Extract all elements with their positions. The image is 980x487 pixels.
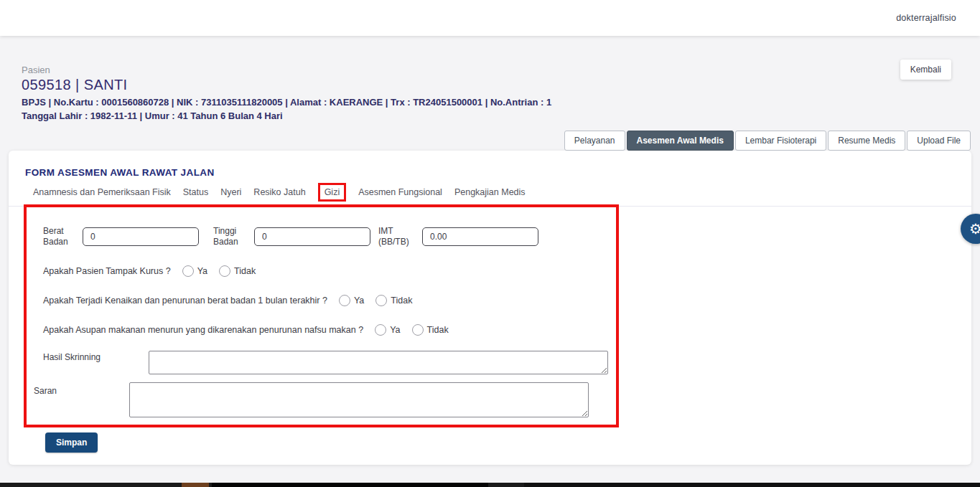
tinggi-badan-input[interactable] <box>254 227 370 246</box>
subtab-pengkajian-medis[interactable]: Pengkajian Medis <box>454 187 526 197</box>
subtab-resiko-jatuh[interactable]: Resiko Jatuh <box>253 187 305 197</box>
taskbar-segment <box>524 483 980 487</box>
simpan-button[interactable]: Simpan <box>45 432 98 453</box>
patient-detail-line2: Tanggal Lahir : 1982-11-11 | Umur : 41 T… <box>22 110 551 121</box>
tab-asesmen-awal-medis[interactable]: Asesmen Awal Medis <box>627 131 734 151</box>
question-row-kurus: Apakah Pasien Tampak Kurus ? Ya Tidak <box>43 265 616 277</box>
radio-asupan-tidak[interactable] <box>412 324 424 336</box>
radio-kenaikan-ya[interactable] <box>339 295 350 306</box>
patient-id-name: 059518 | SANTI <box>22 77 551 93</box>
radio-label-tidak: Tidak <box>427 325 449 335</box>
question-text: Apakah Pasien Tampak Kurus ? <box>43 266 171 276</box>
taskbar-strip <box>0 483 980 487</box>
subtab-anamnesis[interactable]: Anamnesis dan Pemeriksaan Fisik <box>33 187 171 197</box>
imt-label: IMT (BB/TB) <box>378 226 416 247</box>
radio-label-ya: Ya <box>354 295 364 306</box>
question-row-asupan: Apakah Asupan makanan menurun yang dikar… <box>43 324 616 336</box>
imt-input[interactable] <box>422 227 538 246</box>
patient-detail-line1: BPJS | No.Kartu : 0001560860728 | NIK : … <box>22 97 551 108</box>
question-text: Apakah Asupan makanan menurun yang dikar… <box>43 325 363 335</box>
main-tabs: Pelayanan Asesmen Awal Medis Lembar Fisi… <box>564 131 971 151</box>
radio-label-ya: Ya <box>197 266 207 276</box>
gear-icon: ⚙ <box>969 220 980 237</box>
radio-label-ya: Ya <box>390 325 400 335</box>
patient-info-block: Pasien 059518 | SANTI BPJS | No.Kartu : … <box>22 65 551 121</box>
annotation-red-rectangle: Berat Badan Tinggi Badan IMT (BB/TB) Apa… <box>24 204 619 427</box>
question-text: Apakah Terjadi Kenaikan dan penurunan be… <box>43 295 327 306</box>
tab-lembar-fisioterapi[interactable]: Lembar Fisioterapi <box>735 131 826 151</box>
kembali-button[interactable]: Kembali <box>900 60 951 80</box>
saran-textarea[interactable] <box>129 382 589 417</box>
question-row-berat-badan: Apakah Terjadi Kenaikan dan penurunan be… <box>43 295 616 306</box>
form-title: FORM ASESMEN AWAL RAWAT JALAN <box>9 151 971 178</box>
saran-label: Saran <box>34 384 77 397</box>
subtab-asesmen-fungsional[interactable]: Asesmen Fungsional <box>358 187 442 197</box>
patient-section-label: Pasien <box>22 65 551 75</box>
radio-label-tidak: Tidak <box>234 266 256 276</box>
form-card: FORM ASESMEN AWAL RAWAT JALAN Anamnesis … <box>9 151 971 465</box>
tab-upload-file[interactable]: Upload File <box>907 131 971 151</box>
subtab-gizi[interactable]: Gizi <box>318 183 347 202</box>
berat-badan-label: Berat Badan <box>43 226 76 247</box>
berat-badan-input[interactable] <box>83 227 199 246</box>
radio-kurus-ya[interactable] <box>182 265 194 277</box>
top-navbar: dokterrajalfisio <box>0 0 980 36</box>
measurement-row: Berat Badan Tinggi Badan IMT (BB/TB) <box>43 226 616 247</box>
radio-group: Ya Tidak <box>363 324 448 336</box>
tab-resume-medis[interactable]: Resume Medis <box>828 131 905 151</box>
radio-kurus-tidak[interactable] <box>219 265 230 277</box>
subtab-nyeri[interactable]: Nyeri <box>220 187 241 197</box>
saran-row: Saran <box>43 384 616 417</box>
radio-label-tidak: Tidak <box>391 295 412 306</box>
taskbar-segment <box>212 483 488 487</box>
radio-group: Ya Tidak <box>171 265 256 277</box>
form-subtabs: Anamnesis dan Pemeriksaan Fisik Status N… <box>9 187 971 207</box>
hasil-skrinning-textarea[interactable] <box>149 351 608 374</box>
taskbar-segment <box>182 483 209 487</box>
hasil-skrinning-row: Hasil Skrinning <box>43 351 616 374</box>
radio-asupan-ya[interactable] <box>375 324 386 336</box>
tab-pelayanan[interactable]: Pelayanan <box>564 131 625 151</box>
hasil-skrinning-label: Hasil Skrinning <box>43 351 101 363</box>
tinggi-badan-label: Tinggi Badan <box>213 226 248 247</box>
subtab-status[interactable]: Status <box>183 187 208 197</box>
radio-group: Ya Tidak <box>327 295 412 306</box>
radio-kenaikan-tidak[interactable] <box>375 295 387 306</box>
logged-in-username[interactable]: dokterrajalfisio <box>896 13 956 23</box>
